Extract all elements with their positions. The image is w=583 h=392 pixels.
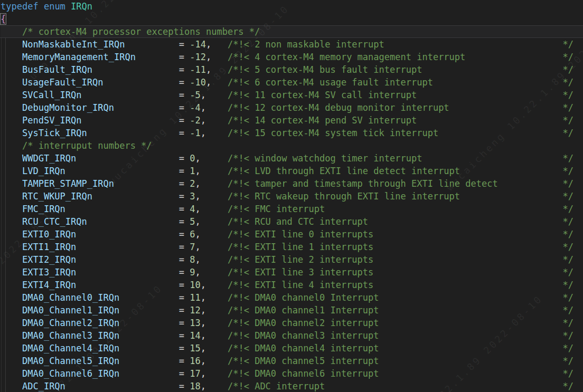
code-line[interactable]: DMA0_Channel6_IRQn = 17, /*!< DMA0 chann… (1, 367, 583, 380)
align-spaces (211, 39, 228, 50)
enum-member-value: 3 (190, 191, 195, 202)
doc-comment-close: */ (563, 77, 573, 88)
doc-comment-close: */ (563, 330, 573, 341)
equals-operator: = (179, 102, 184, 113)
code-line[interactable]: MemoryManagement_IRQn = -12, /*!< 4 cort… (1, 51, 583, 63)
align-spaces (206, 343, 228, 353)
code-line[interactable]: DebugMonitor_IRQn = -4, /*!< 12 cortex-M… (1, 101, 583, 114)
doc-comment-close: */ (563, 343, 573, 353)
equals-operator: = (179, 115, 184, 126)
enum-member-name: UsageFault_IRQn (22, 77, 104, 88)
enum-member-value: 17 (190, 368, 200, 379)
indent-spaces (1, 39, 22, 50)
code-line[interactable]: typedef enum IRQn (1, 0, 583, 13)
space (184, 305, 190, 315)
space (184, 343, 190, 353)
code-line[interactable]: TAMPER_STAMP_IRQn = 2, /*!< tamper and t… (1, 177, 583, 190)
comma: , (201, 368, 206, 379)
doc-comment: /*!< 5 cortex-M4 bus fault interrupt (228, 64, 422, 75)
comma: , (201, 102, 206, 113)
code-line[interactable]: ADC_IRQn = 18, /*!< ADC interrupt */ (1, 380, 583, 392)
align-spaces (422, 153, 562, 164)
code-line[interactable]: EXTI4_IRQn = 10, /*!< EXTI line 4 interr… (1, 279, 583, 291)
code-line[interactable]: SysTick_IRQn = -1, /*!< 15 cortex-M4 sys… (1, 127, 583, 139)
doc-comment: /*!< EXTI line 0 interrupts (228, 229, 373, 240)
code-line[interactable]: DMA0_Channel5_IRQn = 16, /*!< DMA0 chann… (1, 355, 583, 367)
equals-operator: = (179, 64, 184, 75)
space (184, 267, 190, 278)
comma: , (195, 178, 201, 189)
doc-comment-close: */ (563, 90, 573, 100)
code-line[interactable]: EXTI2_IRQn = 8, /*!< EXTI line 2 interru… (1, 253, 583, 266)
indent-spaces (1, 52, 22, 62)
equals-operator: = (179, 166, 184, 176)
doc-comment-close: */ (563, 178, 573, 189)
code-area[interactable]: typedef enum IRQn{ /* cortex-M4 processo… (1, 0, 583, 392)
align-spaces (384, 39, 563, 50)
doc-comment: /*!< DMA0 channel4 interrupt (228, 343, 379, 353)
align-spaces (76, 254, 178, 265)
code-line[interactable]: UsageFault_IRQn = -10, /*!< 6 cortex-M4 … (1, 76, 583, 89)
align-spaces (119, 368, 179, 379)
code-line[interactable]: DMA0_Channel0_IRQn = 11, /*!< DMA0 chann… (1, 291, 583, 304)
doc-comment: /*!< EXTI line 2 interrupts (228, 254, 373, 265)
comma: , (206, 77, 211, 88)
code-line[interactable]: FMC_IRQn = 4, /*!< FMC interrupt */ (1, 203, 583, 215)
equals-operator: = (179, 343, 184, 353)
code-line[interactable]: EXTI0_IRQn = 6, /*!< EXTI line 0 interru… (1, 228, 583, 241)
code-line[interactable]: NonMaskableInt_IRQn = -14, /*!< 2 non ma… (1, 38, 583, 51)
equals-operator: = (179, 254, 184, 265)
code-line[interactable]: /* interruput numbers */ (1, 139, 583, 152)
code-line[interactable]: RCU_CTC_IRQn = 5, /*!< RCU and CTC inter… (1, 215, 583, 228)
align-spaces (201, 153, 228, 164)
enum-member-value: 15 (190, 343, 200, 353)
code-line[interactable]: WWDGT_IRQn = 0, /*!< window watchdog tim… (1, 152, 583, 165)
enum-member-name: SysTick_IRQn (22, 128, 87, 138)
align-spaces (201, 254, 228, 265)
space (184, 254, 190, 265)
indent-spaces (1, 115, 22, 126)
code-line[interactable]: DMA0_Channel1_IRQn = 12, /*!< DMA0 chann… (1, 304, 583, 317)
code-line[interactable]: DMA0_Channel2_IRQn = 13, /*!< DMA0 chann… (1, 317, 583, 329)
indent-spaces (1, 318, 22, 328)
doc-comment-close: */ (563, 267, 573, 278)
code-line[interactable]: DMA0_Channel3_IRQn = 14, /*!< DMA0 chann… (1, 329, 583, 342)
equals-operator: = (179, 153, 184, 164)
enum-member-value: 11 (190, 292, 200, 303)
comma: , (201, 292, 206, 303)
equals-operator: = (179, 305, 184, 315)
code-line[interactable]: DMA0_Channel4_IRQn = 15, /*!< DMA0 chann… (1, 342, 583, 355)
doc-comment: /*!< DMA0 channel3 interrupt (228, 330, 379, 341)
enum-member-name: RTC_WKUP_IRQn (22, 191, 92, 202)
space (184, 128, 190, 138)
code-line[interactable]: LVD_IRQn = 1, /*!< LVD through EXTI line… (1, 165, 583, 177)
code-line-current[interactable]: /* cortex-M4 processor exceptions number… (1, 25, 583, 38)
equals-operator: = (179, 267, 184, 278)
align-spaces (201, 229, 228, 240)
code-line[interactable]: BusFault_IRQn = -11, /*!< 5 cortex-M4 bu… (1, 63, 583, 76)
indent-spaces (1, 178, 22, 189)
enum-member-name: SVCall_IRQn (22, 90, 82, 100)
align-spaces (87, 128, 179, 138)
align-spaces (206, 356, 228, 366)
align-spaces (201, 216, 228, 227)
align-spaces (92, 191, 179, 202)
comma: , (201, 356, 206, 366)
comma: , (195, 216, 201, 227)
space (184, 77, 190, 88)
align-spaces (65, 204, 179, 214)
enum-member-name: EXTI0_IRQn (22, 229, 76, 240)
align-spaces (82, 115, 179, 126)
code-line[interactable]: EXTI3_IRQn = 9, /*!< EXTI line 3 interru… (1, 266, 583, 279)
code-line[interactable]: { (1, 13, 583, 25)
code-line[interactable]: PendSV_IRQn = -2, /*!< 14 cortex-M4 pend… (1, 114, 583, 127)
code-line[interactable]: SVCall_IRQn = -5, /*!< 11 cortex-M4 SV c… (1, 89, 583, 101)
indent-spaces (1, 26, 22, 37)
align-spaces (76, 267, 178, 278)
indent-spaces (1, 204, 22, 214)
align-spaces (325, 381, 562, 391)
code-line[interactable]: RTC_WKUP_IRQn = 3, /*!< RTC wakeup throu… (1, 190, 583, 203)
space (184, 216, 190, 227)
code-line[interactable]: EXTI1_IRQn = 7, /*!< EXTI line 1 interru… (1, 241, 583, 253)
doc-comment: /*!< EXTI line 3 interrupts (228, 267, 373, 278)
